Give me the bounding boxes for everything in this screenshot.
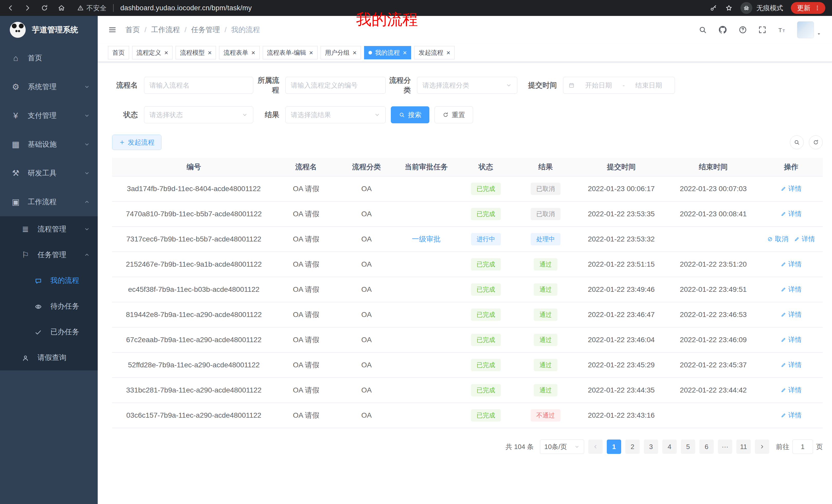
detail-link[interactable]: 详情 xyxy=(781,411,802,420)
result-badge: 处理中 xyxy=(531,233,561,245)
sidebar-item-workflow[interactable]: ▣ 工作流程 xyxy=(0,188,98,216)
tab-process-form-edit[interactable]: 流程表单-编辑 × xyxy=(263,46,317,59)
forward-button[interactable] xyxy=(24,4,31,12)
tab-my-process[interactable]: 我的流程 × xyxy=(364,46,411,59)
close-icon[interactable]: × xyxy=(446,49,450,56)
detail-link[interactable]: 详情 xyxy=(781,310,802,319)
status-select[interactable]: 请选择状态 xyxy=(144,106,253,123)
more-pages-button[interactable]: ··· xyxy=(718,440,732,454)
avatar[interactable] xyxy=(797,21,814,38)
detail-link[interactable]: 详情 xyxy=(781,209,802,218)
app-logo[interactable]: 芋道管理系统 xyxy=(0,16,98,44)
result-select[interactable]: 请选择流结果 xyxy=(285,106,386,123)
search-button[interactable]: 搜索 xyxy=(391,106,430,123)
refresh-table-button[interactable] xyxy=(809,135,823,149)
person-icon xyxy=(20,353,31,362)
category-select[interactable]: 请选择流程分类 xyxy=(417,77,517,94)
sidebar-item-todo-tasks[interactable]: 待办任务 xyxy=(0,293,98,319)
process-name-input[interactable] xyxy=(149,81,248,89)
process-def-input[interactable] xyxy=(291,81,380,89)
bookmark-star-button[interactable] xyxy=(725,4,733,12)
sidebar-item-leave-query[interactable]: 请假查询 xyxy=(0,345,98,370)
cell-category: OA xyxy=(337,252,396,277)
font-size-icon[interactable] xyxy=(778,25,786,34)
tab-process-form[interactable]: 流程表单 × xyxy=(219,46,259,59)
github-icon[interactable] xyxy=(718,25,728,35)
sidebar-item-payment[interactable]: ¥ 支付管理 xyxy=(0,101,98,130)
tab-user-group[interactable]: 用户分组 × xyxy=(321,46,361,59)
address-separator xyxy=(113,4,114,12)
task-link[interactable]: 一级审批 xyxy=(412,235,441,243)
breadcrumb-item[interactable]: 工作流程 xyxy=(151,25,180,35)
close-icon[interactable]: × xyxy=(403,49,407,56)
reload-button[interactable] xyxy=(41,4,48,12)
breadcrumb-item[interactable]: 任务管理 xyxy=(191,25,220,35)
next-page-button[interactable] xyxy=(755,440,769,454)
tab-process-model[interactable]: 流程模型 × xyxy=(176,46,216,59)
page-button[interactable]: 4 xyxy=(662,440,677,454)
detail-link[interactable]: 详情 xyxy=(781,285,802,294)
page-button[interactable]: 1 xyxy=(607,440,621,454)
detail-link[interactable]: 详情 xyxy=(781,335,802,344)
detail-link[interactable]: 详情 xyxy=(781,184,802,193)
collapse-sidebar-button[interactable] xyxy=(108,25,117,34)
cell-submit-time: 2022-01-22 23:46:04 xyxy=(575,327,667,353)
key-icon[interactable] xyxy=(710,4,717,12)
tab-start-process[interactable]: 发起流程 × xyxy=(414,46,454,59)
help-icon[interactable] xyxy=(738,25,747,34)
prev-page-button[interactable] xyxy=(588,440,603,454)
sidebar-item-home[interactable]: ⌂ 首页 xyxy=(0,44,98,73)
page-button[interactable]: 3 xyxy=(644,440,658,454)
avatar-dropdown[interactable] xyxy=(797,21,822,38)
update-button[interactable]: 更新 xyxy=(791,2,825,14)
detail-link[interactable]: 详情 xyxy=(781,260,802,269)
page-size-select[interactable]: 10条/页 xyxy=(540,440,584,454)
sidebar-item-infrastructure[interactable]: ▦ 基础设施 xyxy=(0,130,98,159)
start-process-button[interactable]: 发起流程 xyxy=(112,135,161,150)
fullscreen-icon[interactable] xyxy=(758,25,767,34)
cell-end-time xyxy=(667,227,759,252)
close-icon[interactable]: × xyxy=(208,49,212,56)
close-icon[interactable]: × xyxy=(251,49,255,56)
detail-link[interactable]: 详情 xyxy=(781,386,802,395)
cell-id: 03c6c157-7b9a-11ec-a290-acde48001122 xyxy=(112,403,276,428)
page-button[interactable]: 6 xyxy=(699,440,714,454)
breadcrumb-item[interactable]: 首页 xyxy=(126,25,140,35)
detail-link[interactable]: 详情 xyxy=(794,234,815,244)
page-button[interactable]: 2 xyxy=(625,440,640,454)
result-badge: 通过 xyxy=(534,384,557,396)
chevron-up-icon xyxy=(84,199,90,205)
detail-link[interactable]: 详情 xyxy=(781,360,802,369)
close-icon[interactable]: × xyxy=(353,49,357,56)
jump-page-input[interactable] xyxy=(792,440,813,454)
sidebar-item-devtools[interactable]: ⚒ 研发工具 xyxy=(0,159,98,188)
tab-home[interactable]: 首页 xyxy=(108,46,129,59)
sidebar-item-label: 待办任务 xyxy=(50,301,79,311)
category-placeholder: 请选择流程分类 xyxy=(422,81,469,90)
home-button[interactable] xyxy=(58,4,65,12)
page-button[interactable]: 11 xyxy=(736,440,751,454)
cancel-link[interactable]: 取消 xyxy=(767,234,788,244)
sidebar-item-process-mgmt[interactable]: ≣ 流程管理 xyxy=(0,216,98,242)
sidebar-item-system[interactable]: ⚙ 系统管理 xyxy=(0,73,98,101)
result-badge: 不通过 xyxy=(531,409,561,422)
toggle-search-button[interactable] xyxy=(790,135,804,149)
submit-time-range[interactable]: 开始日期 - 结束日期 xyxy=(563,77,675,94)
search-icon[interactable] xyxy=(698,25,707,34)
sidebar-item-my-process[interactable]: 我的流程 xyxy=(0,268,98,293)
active-tab-dot xyxy=(368,51,372,54)
page-button[interactable]: 5 xyxy=(681,440,695,454)
back-button[interactable] xyxy=(7,4,15,12)
jump-suffix: 页 xyxy=(816,442,823,451)
tab-process-definition[interactable]: 流程定义 × xyxy=(132,46,173,59)
browser-menu-kebab-icon[interactable] xyxy=(814,5,821,11)
cell-id: 7470a810-7b9b-11ec-b5b7-acde48001122 xyxy=(112,201,276,227)
close-icon[interactable]: × xyxy=(164,49,168,56)
table-row: 7317cec6-7b9b-11ec-b5b7-acde48001122 OA … xyxy=(112,227,823,252)
close-icon[interactable]: × xyxy=(309,49,313,56)
sidebar-item-done-tasks[interactable]: 已办任务 xyxy=(0,319,98,345)
reset-button[interactable]: 重置 xyxy=(435,106,473,123)
edit-icon xyxy=(794,236,800,242)
sidebar-item-task-mgmt[interactable]: ⚐ 任务管理 xyxy=(0,242,98,268)
col-end-time: 结束时间 xyxy=(667,158,759,176)
